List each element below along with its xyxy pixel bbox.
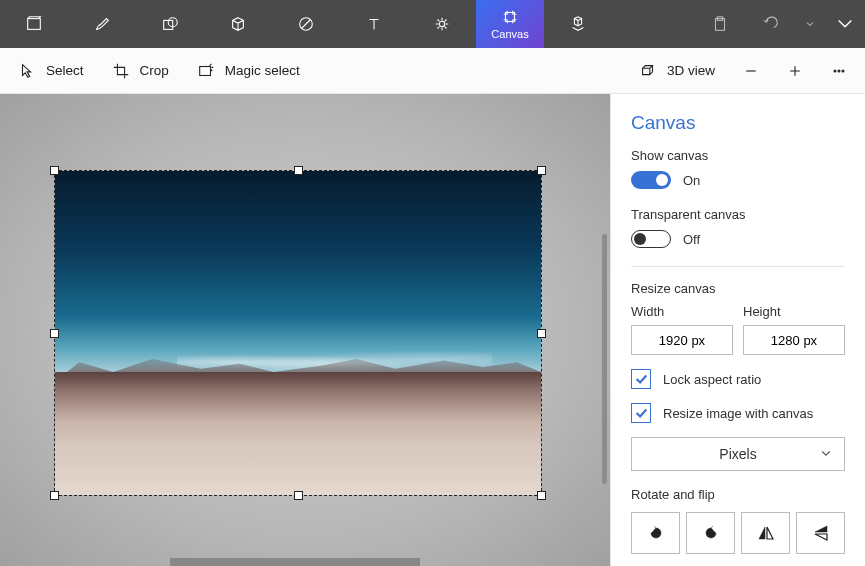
3d-view-tool-label: 3D view — [667, 63, 715, 78]
check-icon — [634, 406, 648, 420]
text-icon — [365, 15, 383, 33]
rotate-right-icon — [701, 523, 721, 543]
zoom-in-button[interactable] — [773, 48, 817, 93]
magic-select-tool[interactable]: Magic select — [183, 48, 314, 93]
canvas-image — [55, 171, 541, 495]
resize-image-checkbox[interactable] — [631, 403, 651, 423]
text-tab[interactable] — [340, 0, 408, 48]
height-input[interactable] — [743, 325, 845, 355]
redo-button[interactable] — [825, 0, 865, 48]
units-select[interactable]: Pixels — [631, 437, 845, 471]
brushes-tab[interactable] — [68, 0, 136, 48]
paste-button[interactable] — [695, 0, 745, 48]
ellipsis-icon — [831, 63, 847, 79]
caret-down-icon — [805, 19, 815, 29]
rotate-left-button[interactable] — [631, 512, 680, 554]
canvas-viewport[interactable] — [0, 94, 610, 566]
lock-aspect-label: Lock aspect ratio — [663, 372, 761, 387]
3d-library-tab[interactable] — [544, 0, 612, 48]
menu-expand-icon — [25, 15, 43, 33]
show-canvas-state: On — [683, 173, 700, 188]
check-icon — [634, 372, 648, 386]
flip-vertical-button[interactable] — [796, 512, 845, 554]
panel-divider — [631, 266, 845, 267]
3d-shapes-tab[interactable] — [204, 0, 272, 48]
show-canvas-label: Show canvas — [631, 148, 845, 163]
stickers-tab[interactable] — [272, 0, 340, 48]
shapes-2d-icon — [161, 15, 179, 33]
2d-shapes-tab[interactable] — [136, 0, 204, 48]
select-tool-label: Select — [46, 63, 84, 78]
resize-handle-bm[interactable] — [294, 491, 303, 500]
svg-point-13 — [709, 532, 711, 534]
show-canvas-toggle[interactable] — [631, 171, 671, 189]
minus-icon — [743, 63, 759, 79]
svg-point-11 — [842, 70, 844, 72]
magic-select-icon — [197, 62, 215, 80]
rotate-right-button[interactable] — [686, 512, 735, 554]
lock-aspect-checkbox-row[interactable]: Lock aspect ratio — [631, 369, 845, 389]
canvas-tab-label: Canvas — [491, 28, 528, 40]
resize-handle-bl[interactable] — [50, 491, 59, 500]
width-input[interactable] — [631, 325, 733, 355]
rotate-left-icon — [646, 523, 666, 543]
sticker-icon — [297, 15, 315, 33]
magic-select-tool-label: Magic select — [225, 63, 300, 78]
crop-tool[interactable]: Crop — [98, 48, 183, 93]
flip-horizontal-icon — [756, 523, 776, 543]
zoom-out-button[interactable] — [729, 48, 773, 93]
units-select-value: Pixels — [719, 446, 756, 462]
resize-image-checkbox-row[interactable]: Resize image with canvas — [631, 403, 845, 423]
transparent-canvas-state: Off — [683, 232, 700, 247]
lock-aspect-checkbox[interactable] — [631, 369, 651, 389]
resize-handle-tr[interactable] — [537, 166, 546, 175]
transparent-canvas-label: Transparent canvas — [631, 207, 845, 222]
resize-handle-mr[interactable] — [537, 329, 546, 338]
svg-rect-0 — [28, 19, 41, 30]
horizontal-scrollbar[interactable] — [170, 558, 420, 566]
svg-point-12 — [654, 532, 656, 534]
crop-tool-label: Crop — [140, 63, 169, 78]
select-tool[interactable]: Select — [4, 48, 98, 93]
flip-vertical-icon — [811, 523, 831, 543]
canvas-selection[interactable] — [55, 171, 541, 495]
undo-button[interactable] — [745, 0, 795, 48]
chevron-down-large-icon — [836, 15, 854, 33]
library-icon — [569, 15, 587, 33]
chevron-down-icon — [820, 446, 832, 462]
more-button[interactable] — [817, 48, 861, 93]
effects-tab[interactable] — [408, 0, 476, 48]
effects-icon — [433, 15, 451, 33]
width-label: Width — [631, 304, 733, 319]
canvas-tab[interactable]: Canvas — [476, 0, 544, 48]
shapes-3d-icon — [229, 15, 247, 33]
undo-icon — [761, 15, 779, 33]
resize-canvas-title: Resize canvas — [631, 281, 845, 296]
history-dropdown[interactable] — [795, 0, 825, 48]
menu-expand-button[interactable] — [0, 0, 68, 48]
cursor-icon — [18, 62, 36, 80]
resize-handle-tl[interactable] — [50, 166, 59, 175]
top-toolbar: Canvas — [0, 0, 865, 48]
resize-handle-ml[interactable] — [50, 329, 59, 338]
resize-handle-br[interactable] — [537, 491, 546, 500]
crop-icon — [112, 62, 130, 80]
transparent-canvas-toggle[interactable] — [631, 230, 671, 248]
panel-title: Canvas — [631, 112, 845, 134]
svg-point-4 — [439, 21, 444, 26]
resize-handle-tm[interactable] — [294, 166, 303, 175]
flip-horizontal-button[interactable] — [741, 512, 790, 554]
paste-icon — [711, 15, 729, 33]
rotate-flip-title: Rotate and flip — [631, 487, 845, 502]
svg-rect-8 — [199, 66, 210, 75]
svg-point-9 — [834, 70, 836, 72]
brush-icon — [93, 15, 111, 33]
sub-toolbar: Select Crop Magic select 3D view — [0, 48, 865, 94]
vertical-scrollbar[interactable] — [602, 234, 607, 484]
main-area: Canvas Show canvas On Transparent canvas… — [0, 94, 865, 566]
canvas-panel: Canvas Show canvas On Transparent canvas… — [610, 94, 865, 566]
height-label: Height — [743, 304, 845, 319]
3d-view-tool[interactable]: 3D view — [625, 48, 729, 93]
canvas-icon — [501, 8, 519, 26]
plus-icon — [787, 63, 803, 79]
